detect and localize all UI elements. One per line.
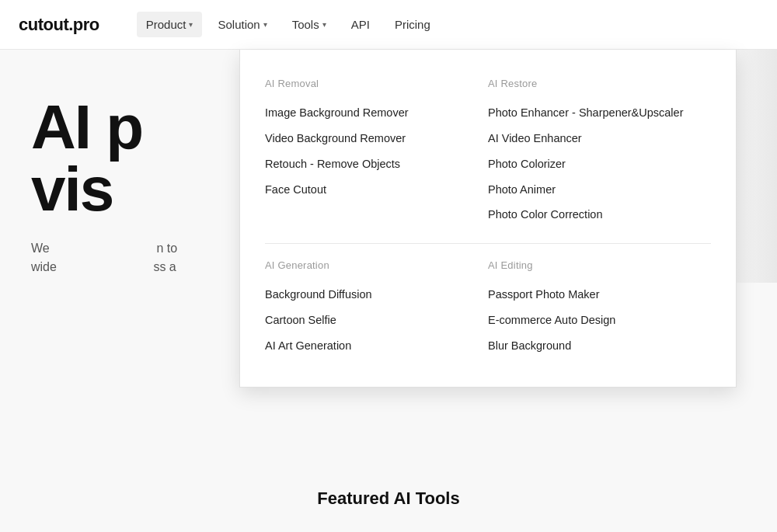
ai-restore-title: AI Restore: [488, 78, 711, 89]
chevron-down-icon: ▾: [263, 20, 267, 29]
menu-item-ai-video-enhancer[interactable]: AI Video Enhancer: [488, 126, 711, 151]
nav-item-api[interactable]: API: [342, 12, 379, 37]
nav-tools-label: Tools: [292, 18, 319, 31]
menu-item-face-cutout[interactable]: Face Cutout: [265, 177, 488, 203]
menu-item-retouch[interactable]: Retouch - Remove Objects: [265, 151, 488, 177]
menu-item-ecommerce-auto-design[interactable]: E-commerce Auto Design: [488, 308, 711, 333]
menu-item-photo-color-correction[interactable]: Photo Color Correction: [488, 202, 711, 228]
menu-divider: [265, 243, 711, 244]
nav-product-label: Product: [146, 18, 186, 31]
menu-item-video-bg-remover[interactable]: Video Background Remover: [265, 126, 488, 151]
menu-item-background-diffusion[interactable]: Background Diffusion: [265, 282, 488, 308]
menu-section-ai-generation: AI Generation Background Diffusion Carto…: [265, 250, 488, 368]
featured-label: Featured AI Tools: [317, 489, 459, 509]
nav-links: Product ▾ Solution ▾ Tools ▾ API Pricing: [137, 12, 440, 37]
menu-item-passport-photo[interactable]: Passport Photo Maker: [488, 282, 711, 308]
nav-solution-label: Solution: [218, 18, 260, 31]
logo[interactable]: cutout.pro: [19, 15, 99, 35]
nav-item-tools[interactable]: Tools ▾: [283, 12, 336, 37]
menu-item-photo-enhancer[interactable]: Photo Enhancer - Sharpener&Upscaler: [488, 100, 711, 126]
menu-item-ai-art-generation[interactable]: AI Art Generation: [265, 333, 488, 359]
ai-generation-title: AI Generation: [265, 259, 488, 271]
nav-item-product[interactable]: Product ▾: [137, 12, 203, 37]
nav-item-pricing[interactable]: Pricing: [385, 12, 440, 37]
menu-item-image-bg-remover[interactable]: Image Background Remover: [265, 100, 488, 126]
chevron-down-icon: ▾: [322, 20, 326, 29]
nav-item-solution[interactable]: Solution ▾: [208, 12, 276, 37]
product-dropdown: AI Removal Image Background Remover Vide…: [239, 50, 737, 388]
menu-section-ai-editing: AI Editing Passport Photo Maker E-commer…: [488, 250, 711, 368]
menu-item-cartoon-selfie[interactable]: Cartoon Selfie: [265, 308, 488, 333]
menu-item-photo-colorizer[interactable]: Photo Colorizer: [488, 151, 711, 177]
ai-editing-title: AI Editing: [488, 259, 711, 271]
nav-api-label: API: [351, 18, 370, 31]
hero-subtitle: We n towide ss a: [31, 239, 249, 276]
menu-section-ai-restore: AI Restore Photo Enhancer - Sharpener&Up…: [488, 68, 711, 237]
menu-section-ai-removal: AI Removal Image Background Remover Vide…: [265, 68, 488, 237]
hero-subtitle-text: We n towide ss a: [31, 242, 177, 273]
menu-item-blur-background[interactable]: Blur Background: [488, 333, 711, 359]
menu-item-photo-animer[interactable]: Photo Animer: [488, 177, 711, 203]
chevron-down-icon: ▾: [189, 20, 193, 29]
ai-removal-title: AI Removal: [265, 78, 488, 89]
nav-pricing-label: Pricing: [395, 18, 430, 31]
navbar: cutout.pro Product ▾ Solution ▾ Tools ▾ …: [0, 0, 777, 50]
